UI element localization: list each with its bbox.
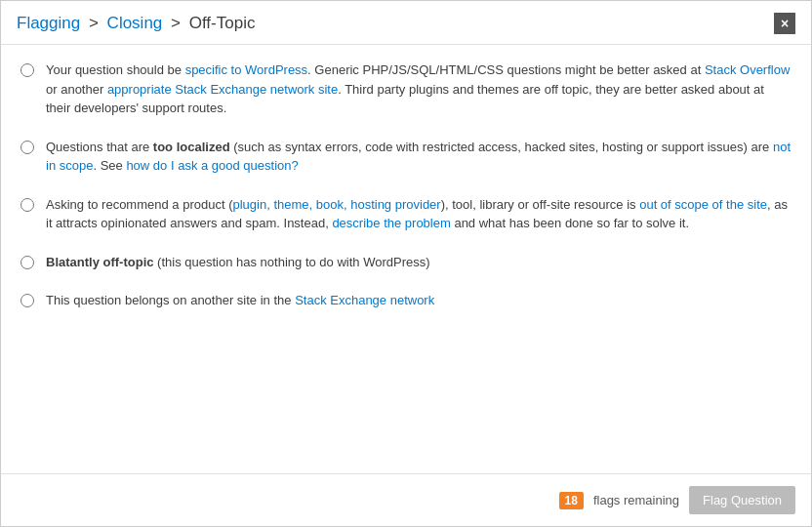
bold-too-localized: too localized (153, 140, 230, 154)
option-3: Asking to recommend a product (plugin, t… (20, 195, 792, 233)
bold-blatantly: Blatantly off-topic (46, 255, 154, 269)
link-out-of-scope[interactable]: out of scope of the site (639, 197, 767, 212)
flag-question-button[interactable]: Flag Question (689, 486, 795, 514)
link-describe-problem[interactable]: describe the problem (332, 216, 450, 230)
link-good-question[interactable]: how do I ask a good question? (126, 158, 298, 173)
option-5: This question belongs on another site in… (20, 291, 792, 310)
radio-option-4[interactable] (20, 256, 34, 269)
radio-option-2[interactable] (20, 141, 34, 154)
breadcrumb-current: Off-Topic (189, 14, 256, 32)
options-content: Your question should be specific to Word… (1, 45, 811, 473)
link-product-types[interactable]: plugin, theme, book, hosting provider (232, 197, 440, 212)
dialog: Flagging > Closing > Off-Topic × Your qu… (0, 0, 812, 527)
option-1: Your question should be specific to Word… (20, 61, 792, 118)
radio-option-5[interactable] (20, 294, 34, 307)
flags-remaining-label: flags remaining (593, 493, 679, 507)
breadcrumb-closing[interactable]: Closing (107, 14, 163, 32)
dialog-header: Flagging > Closing > Off-Topic × (1, 1, 811, 45)
radio-option-3[interactable] (20, 198, 34, 212)
option-4: Blatantly off-topic (this question has n… (20, 253, 792, 272)
breadcrumb-separator-2: > (171, 14, 185, 32)
link-stack-exchange[interactable]: appropriate Stack Exchange network site (107, 82, 338, 97)
breadcrumb: Flagging > Closing > Off-Topic (17, 14, 255, 33)
link-stack-overflow[interactable]: Stack Overflow (705, 62, 790, 77)
breadcrumb-flagging[interactable]: Flagging (17, 14, 80, 32)
link-se-network[interactable]: Stack Exchange network (295, 293, 434, 307)
option-1-text: Your question should be specific to Word… (46, 61, 792, 118)
option-5-text: This question belongs on another site in… (46, 291, 434, 310)
option-2: Questions that are too localized (such a… (20, 138, 792, 176)
radio-option-1[interactable] (20, 63, 34, 77)
option-4-text: Blatantly off-topic (this question has n… (46, 253, 430, 272)
link-specific-wordpress[interactable]: specific to WordPress (185, 62, 307, 77)
flags-count-badge: 18 (559, 492, 584, 509)
close-button[interactable]: × (774, 13, 795, 34)
dialog-footer: 18 flags remaining Flag Question (1, 473, 811, 526)
option-2-text: Questions that are too localized (such a… (46, 138, 792, 176)
breadcrumb-separator-1: > (89, 14, 103, 32)
option-3-text: Asking to recommend a product (plugin, t… (46, 195, 792, 233)
